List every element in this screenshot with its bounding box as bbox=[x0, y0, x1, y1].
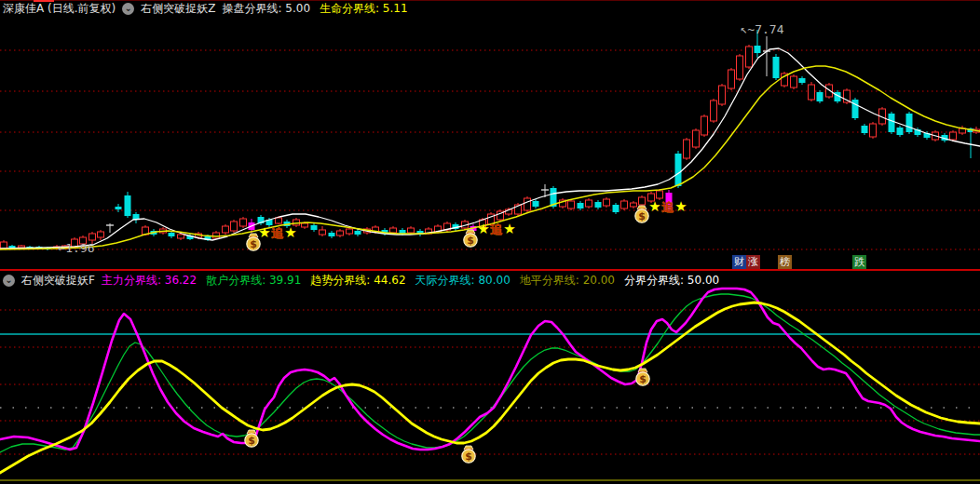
candle-up bbox=[639, 197, 646, 205]
candle-up bbox=[621, 201, 628, 208]
candle-down bbox=[852, 100, 859, 118]
candle-up bbox=[524, 198, 531, 210]
candle-up bbox=[302, 223, 308, 227]
indicator-field: 天际分界线: 80.00 bbox=[415, 273, 510, 289]
svg-text:$: $ bbox=[250, 238, 257, 250]
candle-down bbox=[675, 154, 682, 186]
candle-up bbox=[728, 70, 735, 88]
candle-up bbox=[390, 228, 397, 233]
collapse-chevron-icon[interactable] bbox=[122, 3, 134, 15]
candle-up bbox=[657, 191, 663, 198]
candle-down bbox=[578, 203, 584, 208]
money-bag-icon: $ bbox=[636, 369, 649, 385]
svg-text:$: $ bbox=[467, 235, 474, 247]
indicator-field: 生命分界线: 5.11 bbox=[320, 1, 408, 17]
candle-up bbox=[178, 235, 184, 238]
candle-up bbox=[89, 234, 96, 240]
star-icon: ★ bbox=[258, 224, 270, 241]
candle-up bbox=[870, 124, 877, 137]
money-bag-icon: $ bbox=[462, 446, 475, 463]
money-bag-icon: $ bbox=[635, 206, 648, 222]
candle-down bbox=[595, 202, 602, 208]
indicator-field: 趋势分界线: 44.62 bbox=[310, 273, 405, 289]
money-bag-icon: $ bbox=[464, 230, 477, 247]
candle-up bbox=[950, 132, 957, 140]
candle-up bbox=[568, 201, 575, 208]
svg-text:$: $ bbox=[465, 450, 472, 463]
sub-chart-header: 右侧突破捉妖F 主力分界线: 36.22散户分界线: 39.91趋势分界线: 4… bbox=[3, 273, 719, 288]
candle-down bbox=[897, 128, 904, 135]
badge-跌[interactable]: 跌 bbox=[852, 255, 866, 269]
chase-signal-label: 追 bbox=[661, 200, 674, 214]
badge-涨[interactable]: 涨 bbox=[746, 255, 760, 269]
sub-line-主力线 bbox=[0, 289, 980, 450]
candle-down bbox=[817, 92, 823, 101]
star-icon: ★ bbox=[503, 221, 515, 237]
star-icon: ★ bbox=[674, 198, 687, 215]
candle-up bbox=[701, 116, 708, 135]
svg-text:$: $ bbox=[639, 373, 647, 385]
chase-signal-label: 追 bbox=[490, 222, 503, 236]
candle-down bbox=[906, 114, 913, 132]
svg-text:$: $ bbox=[248, 435, 255, 447]
indicator-field: 分界分界线: 50.00 bbox=[624, 273, 719, 289]
candle-down bbox=[799, 78, 806, 83]
candle-up bbox=[711, 101, 717, 121]
candle-up bbox=[719, 86, 726, 104]
candle-up bbox=[746, 47, 753, 67]
candle-up bbox=[586, 200, 592, 207]
sub-line-趋势线 bbox=[0, 302, 980, 473]
candle-up bbox=[631, 203, 637, 207]
indicator-field: 操盘分界线: 5.00 bbox=[222, 1, 310, 17]
candle-down bbox=[755, 46, 761, 53]
stock-title: 深康佳A (日线.前复权) bbox=[3, 1, 116, 17]
sub-indicator-name: 右侧突破捉妖F bbox=[21, 273, 95, 289]
candle-down bbox=[116, 207, 122, 209]
candle-up bbox=[320, 230, 326, 235]
indicator-field: 主力分界线: 36.22 bbox=[102, 273, 197, 289]
star-icon: ★ bbox=[648, 198, 660, 215]
candle-down bbox=[125, 195, 131, 216]
badge-榜[interactable]: 榜 bbox=[778, 255, 792, 269]
candle-up bbox=[408, 228, 415, 233]
star-icon: ★ bbox=[284, 224, 296, 241]
star-icon: ★ bbox=[477, 221, 489, 237]
candle-down bbox=[311, 225, 318, 230]
candle-up bbox=[276, 218, 282, 223]
main-indicator-name: 右侧突破捉妖Z bbox=[141, 1, 215, 17]
indicator-field: 散户分界线: 39.91 bbox=[206, 273, 301, 289]
candle-up bbox=[347, 229, 353, 234]
candle-up bbox=[737, 56, 743, 79]
candle-up bbox=[604, 199, 610, 206]
chase-signal-label: 追 bbox=[271, 226, 284, 240]
panel-divider bbox=[0, 269, 980, 271]
candle-down bbox=[862, 126, 868, 133]
candle-down bbox=[533, 201, 539, 207]
candle-down bbox=[355, 231, 361, 235]
candle-down bbox=[773, 57, 780, 78]
candle-up bbox=[693, 130, 700, 147]
candle-down bbox=[889, 114, 895, 132]
candle-up bbox=[240, 219, 247, 226]
candle-down bbox=[613, 205, 619, 212]
candle-up bbox=[1, 242, 7, 249]
candle-up bbox=[231, 222, 238, 231]
candle-up bbox=[809, 85, 815, 100]
candle-up bbox=[213, 233, 220, 238]
sub-indicator-values: 主力分界线: 36.22散户分界线: 39.91趋势分界线: 44.62天际分界… bbox=[102, 273, 719, 289]
candle-up bbox=[223, 226, 229, 233]
candle-down bbox=[329, 233, 335, 236]
candle-up bbox=[791, 76, 797, 87]
candle-up bbox=[19, 246, 25, 248]
collapse-chevron-icon[interactable] bbox=[3, 275, 15, 287]
indicator-field: 地平分界线: 20.00 bbox=[520, 273, 615, 289]
main-chart-header: 深康佳A (日线.前复权) 右侧突破捉妖Z 操盘分界线: 5.00生命分界线: … bbox=[3, 2, 408, 16]
candlestick-chart[interactable]: ←1.96↖~7.74$★追★$★追★$★追★$$$ bbox=[0, 0, 980, 484]
candle-up bbox=[98, 232, 104, 237]
badge-财[interactable]: 财 bbox=[732, 255, 746, 269]
candle-down bbox=[169, 233, 175, 236]
price-annotation: ↖~7.74 bbox=[741, 22, 784, 36]
candle-up bbox=[684, 140, 690, 158]
svg-text:$: $ bbox=[638, 210, 646, 222]
candle-up bbox=[337, 231, 344, 235]
